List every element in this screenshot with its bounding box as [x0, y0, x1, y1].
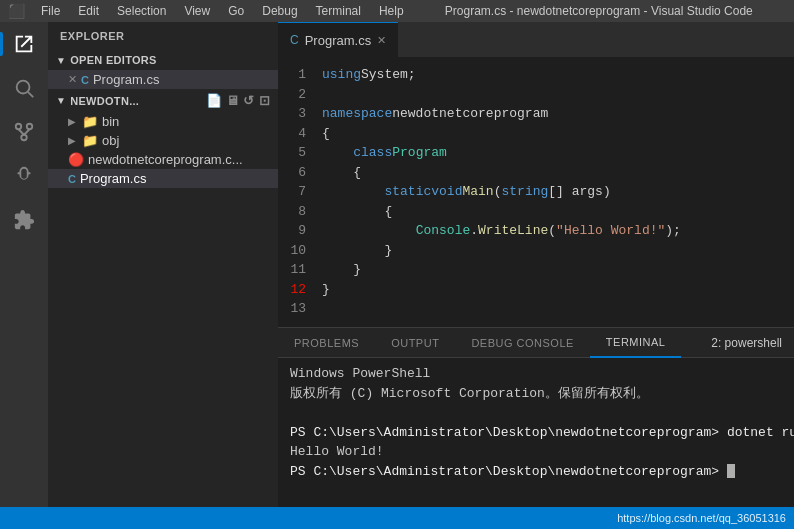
- tree-item-bin[interactable]: ▶ 📁 bin: [48, 112, 278, 131]
- line-num-4: 4: [278, 124, 306, 144]
- new-file-icon[interactable]: 📄: [206, 93, 222, 108]
- status-bar-spacer: [8, 512, 11, 524]
- csproj-label: newdotnetcoreprogram.c...: [88, 152, 243, 167]
- project-label: NEWDOTN...: [70, 95, 139, 107]
- status-bar: https://blog.csdn.net/qq_36051316: [0, 507, 794, 529]
- tab-output[interactable]: OUTPUT: [375, 328, 455, 358]
- new-folder-icon[interactable]: 🖥: [226, 93, 239, 108]
- terminal-line-5: Hello World!: [290, 442, 782, 462]
- code-line-6: {: [322, 163, 794, 183]
- project-arrow: ▼: [56, 95, 66, 106]
- folder-icon-obj: 📁: [82, 133, 98, 148]
- line-num-13: 13: [278, 299, 306, 319]
- code-line-10: }: [322, 241, 794, 261]
- xml-icon: 🔴: [68, 152, 84, 167]
- svg-line-1: [28, 92, 33, 97]
- code-line-3: namespace newdotnetcoreprogram: [322, 104, 794, 124]
- line-num-10: 10: [278, 241, 306, 261]
- tab-bar: C Program.cs ✕: [278, 22, 794, 57]
- menu-selection[interactable]: Selection: [109, 2, 174, 20]
- tab-terminal[interactable]: TERMINAL: [590, 328, 682, 358]
- tab-problems[interactable]: PROBLEMS: [278, 328, 375, 358]
- code-line-4: {: [322, 124, 794, 144]
- line-numbers: 1 2 3 4 5 6 7 8 9 10 11 12 13: [278, 57, 318, 327]
- panel-tabs: PROBLEMS OUTPUT DEBUG CONSOLE TERMINAL 2…: [278, 328, 794, 358]
- tab-debug-console[interactable]: DEBUG CONSOLE: [455, 328, 589, 358]
- extensions-activity-icon[interactable]: [6, 202, 42, 238]
- sidebar-header: EXPLORER: [48, 22, 278, 50]
- svg-point-2: [16, 124, 22, 130]
- tab-close-icon[interactable]: ✕: [377, 34, 386, 47]
- menu-help[interactable]: Help: [371, 2, 412, 20]
- main-layout: EXPLORER ▼ OPEN EDITORS ✕ C Program.cs ▼…: [0, 22, 794, 507]
- line-num-2: 2: [278, 85, 306, 105]
- line-num-1: 1: [278, 65, 306, 85]
- code-line-11: }: [322, 260, 794, 280]
- tab-file-icon: C: [290, 33, 299, 47]
- activity-bar: [0, 22, 48, 507]
- line-num-11: 11: [278, 260, 306, 280]
- terminal-content[interactable]: Windows PowerShell 版权所有 (C) Microsoft Co…: [278, 358, 794, 507]
- terminal-line-6: PS C:\Users\Administrator\Desktop\newdot…: [290, 462, 782, 482]
- menu-edit[interactable]: Edit: [70, 2, 107, 20]
- editor-area: C Program.cs ✕ 1 2 3 4 5 6 7 8 9 10 11 1…: [278, 22, 794, 507]
- tree-item-csproj[interactable]: 🔴 newdotnetcoreprogram.c...: [48, 150, 278, 169]
- menu-view[interactable]: View: [176, 2, 218, 20]
- code-line-5: class Program: [322, 143, 794, 163]
- collapse-icon[interactable]: ⊡: [259, 93, 270, 108]
- code-line-1: using System;: [322, 65, 794, 85]
- open-file-program-cs[interactable]: ✕ C Program.cs: [48, 70, 278, 89]
- file-modified-icon: ✕: [68, 73, 77, 86]
- code-line-8: {: [322, 202, 794, 222]
- panel-area: PROBLEMS OUTPUT DEBUG CONSOLE TERMINAL 2…: [278, 327, 794, 507]
- explorer-activity-icon[interactable]: [6, 26, 42, 62]
- code-line-2: [322, 85, 794, 105]
- project-section[interactable]: ▼ NEWDOTN... 📄 🖥 ↺ ⊡: [48, 89, 278, 112]
- app-icon: ⬛: [8, 3, 25, 19]
- code-line-13: [322, 299, 794, 319]
- obj-label: obj: [102, 133, 119, 148]
- line-num-8: 8: [278, 202, 306, 222]
- code-line-12: }: [322, 280, 794, 300]
- tab-program-cs[interactable]: C Program.cs ✕: [278, 22, 398, 57]
- status-link[interactable]: https://blog.csdn.net/qq_36051316: [617, 512, 786, 524]
- code-line-9: Console.WriteLine("Hello World!");: [322, 221, 794, 241]
- terminal-line-4: PS C:\Users\Administrator\Desktop\newdot…: [290, 423, 782, 443]
- blog-link[interactable]: https://blog.csdn.net/qq_36051316: [617, 512, 786, 524]
- line-num-6: 6: [278, 163, 306, 183]
- svg-line-6: [24, 129, 30, 135]
- svg-line-5: [19, 129, 25, 135]
- open-file-name: Program.cs: [93, 72, 159, 87]
- code-content[interactable]: using System; namespace newdotnetcorepro…: [318, 57, 794, 327]
- line-num-3: 3: [278, 104, 306, 124]
- terminal-instance-label: 2: powershell: [699, 336, 794, 350]
- menu-debug[interactable]: Debug: [254, 2, 305, 20]
- refresh-icon[interactable]: ↺: [243, 93, 254, 108]
- line-num-12: 12: [278, 280, 306, 300]
- tab-filename: Program.cs: [305, 33, 371, 48]
- window-title: Program.cs - newdotnetcoreprogram - Visu…: [412, 4, 786, 18]
- menu-terminal[interactable]: Terminal: [308, 2, 369, 20]
- code-editor: 1 2 3 4 5 6 7 8 9 10 11 12 13 using Syst…: [278, 57, 794, 327]
- terminal-line-2: 版权所有 (C) Microsoft Corporation。保留所有权利。: [290, 384, 782, 404]
- debug-activity-icon[interactable]: [6, 158, 42, 194]
- open-editors-arrow: ▼: [56, 55, 66, 66]
- terminal-line-1: Windows PowerShell: [290, 364, 782, 384]
- bin-arrow: ▶: [68, 116, 76, 127]
- code-line-7: static void Main(string[] args): [322, 182, 794, 202]
- csharp-file-icon: C: [81, 74, 89, 86]
- tree-item-program-cs[interactable]: C Program.cs: [48, 169, 278, 188]
- menu-file[interactable]: File: [33, 2, 68, 20]
- obj-arrow: ▶: [68, 135, 76, 146]
- menu-go[interactable]: Go: [220, 2, 252, 20]
- open-editors-label: OPEN EDITORS: [70, 54, 157, 66]
- search-activity-icon[interactable]: [6, 70, 42, 106]
- source-control-activity-icon[interactable]: [6, 114, 42, 150]
- svg-point-4: [21, 135, 27, 141]
- open-editors-section[interactable]: ▼ OPEN EDITORS: [48, 50, 278, 70]
- tree-item-obj[interactable]: ▶ 📁 obj: [48, 131, 278, 150]
- line-num-9: 9: [278, 221, 306, 241]
- terminal-cursor: [727, 464, 735, 478]
- terminal-line-3: [290, 403, 782, 423]
- menu-bar: File Edit Selection View Go Debug Termin…: [33, 2, 412, 20]
